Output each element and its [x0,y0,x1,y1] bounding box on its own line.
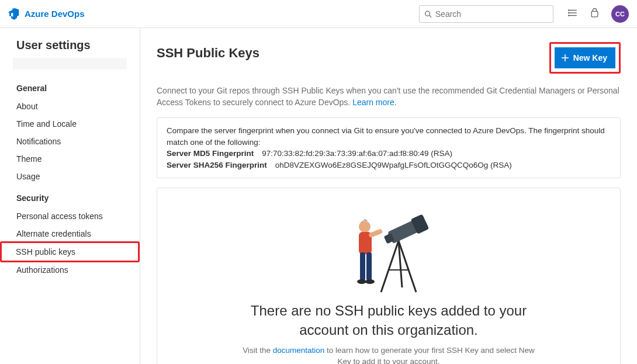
md5-value: 97:70:33:82:fd:29:3a:73:39:af:6a:07:ad:f… [262,148,452,160]
sha256-value: ohD8VZEXGWo6Ez8GSEJQ9WpafgLFsOfLOtGGQCQo… [275,160,512,171]
product-logo[interactable]: Azure DevOps [8,8,85,20]
nav-ssh-keys[interactable]: SSH public keys [0,241,140,262]
svg-rect-20 [368,228,383,238]
nav-about[interactable]: About [0,98,140,115]
marketplace-icon[interactable] [590,8,600,20]
svg-point-5 [569,10,569,11]
user-placeholder [13,58,127,70]
avatar-initials: CC [615,11,625,18]
avatar[interactable]: CC [611,5,629,23]
new-key-highlight: New Key [549,42,621,74]
new-key-button[interactable]: New Key [555,47,615,68]
empty-heading: There are no SSH public keys added to yo… [225,301,552,339]
svg-point-23 [357,279,366,284]
fingerprint-box: Compare the server fingerprint when you … [157,117,621,178]
nav-notifications[interactable]: Notifications [0,133,140,150]
svg-point-6 [569,12,569,13]
new-key-label: New Key [573,53,607,63]
nav-pat[interactable]: Personal access tokens [0,207,140,225]
svg-rect-8 [591,11,598,17]
product-name: Azure DevOps [25,9,85,19]
azure-devops-icon [8,8,20,20]
page-description: Connect to your Git repos through SSH Pu… [157,85,621,108]
main-content: SSH Public Keys New Key Connect to your … [140,28,637,364]
svg-point-24 [365,279,375,284]
svg-point-7 [569,15,569,16]
fingerprint-intro: Compare the server fingerprint when you … [167,125,611,148]
learn-more-link[interactable]: Learn more. [352,98,396,107]
documentation-link[interactable]: documentation [273,346,325,355]
list-icon[interactable] [567,8,578,20]
svg-line-11 [381,241,399,292]
md5-label: Server MD5 Fingerprint [167,148,254,160]
plus-icon [560,53,570,63]
page-title: SSH Public Keys [157,42,259,61]
sidebar-title: User settings [0,39,140,56]
svg-point-0 [425,11,430,16]
svg-rect-22 [366,252,372,280]
empty-illustration [169,200,608,293]
sidebar: User settings General About Time and Loc… [0,28,140,364]
empty-state: There are no SSH public keys added to yo… [157,188,621,364]
svg-line-1 [430,15,431,17]
global-header: Azure DevOps CC [0,0,637,28]
sha256-label: Server SHA256 Fingerprint [167,160,267,171]
svg-rect-21 [360,252,365,280]
nav-authorizations[interactable]: Authorizations [0,261,140,279]
nav-usage[interactable]: Usage [0,168,140,185]
header-actions: CC [567,5,629,23]
nav-alt-creds[interactable]: Alternate credentials [0,225,140,242]
search-icon [424,10,432,18]
search-box[interactable] [419,5,553,23]
search-input[interactable] [435,9,548,19]
nav-theme[interactable]: Theme [0,150,140,168]
section-security: Security [0,185,140,207]
empty-subtext: Visit the documentation to learn how to … [237,345,541,364]
nav-time-locale[interactable]: Time and Locale [0,115,140,133]
section-general: General [0,75,140,98]
svg-point-18 [359,221,371,233]
